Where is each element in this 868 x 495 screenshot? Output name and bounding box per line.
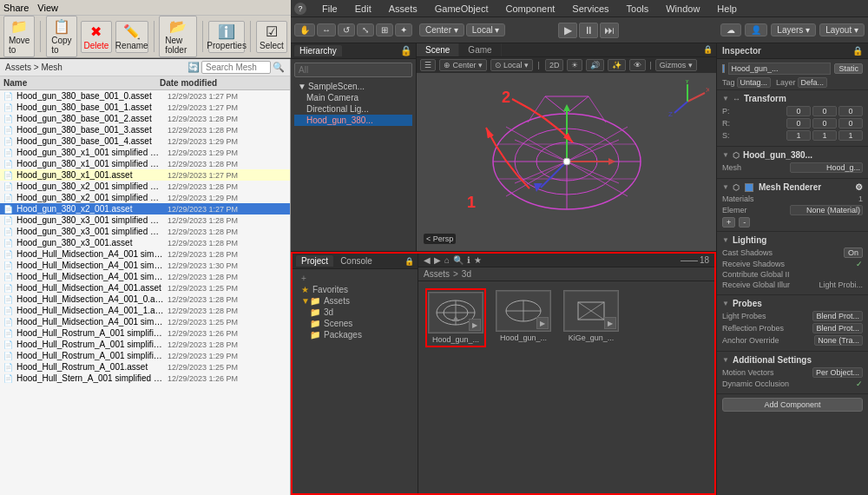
menu-gameobject[interactable]: GameObject xyxy=(430,3,494,14)
file-item[interactable]: 📄 Hood_Hull_Midsection_A4_001 simplified… xyxy=(0,260,290,271)
hierarchy-search-input[interactable] xyxy=(294,63,412,77)
file-item[interactable]: 📄 Hood_gun_380_x1_001 simplified mesh a.… xyxy=(0,147,290,158)
file-item[interactable]: 📄 Hood_gun_380_x1_001 simplified mesh_..… xyxy=(0,158,290,169)
console-tab[interactable]: Console xyxy=(335,255,378,267)
file-item[interactable]: 📄 Hood_Hull_Midsection_A4_001 simplified… xyxy=(0,271,290,282)
2d-toggle[interactable]: 2D xyxy=(545,59,564,71)
browser-info-icon[interactable]: ℹ xyxy=(467,255,470,265)
asset-play-icon-3[interactable]: ▶ xyxy=(604,317,616,329)
hierarchy-lock-icon[interactable]: 🔒 xyxy=(400,45,412,56)
scale-z[interactable]: 1 xyxy=(838,130,863,141)
browser-forward-icon[interactable]: ▶ xyxy=(434,255,441,265)
center-dropdown[interactable]: Center ▾ xyxy=(419,23,464,36)
question-mark-icon[interactable]: ? xyxy=(294,3,306,15)
position-x[interactable]: 0 xyxy=(786,106,811,116)
move-to-button[interactable]: 📁 Move to xyxy=(3,16,35,57)
breadcrumb-assets[interactable]: Assets xyxy=(5,63,31,72)
assets-breadcrumb[interactable]: Assets xyxy=(424,269,450,279)
menu-tools[interactable]: Tools xyxy=(621,3,654,14)
file-item[interactable]: 📄 Hood_Hull_Midsection_A4_001.asset 12/2… xyxy=(0,282,290,294)
breadcrumb-mesh[interactable]: Mesh xyxy=(41,63,62,72)
project-tab[interactable]: Project xyxy=(296,255,333,267)
tag-dropdown[interactable]: Untag... xyxy=(737,77,772,88)
transform-header[interactable]: ▼ ↔ Transform xyxy=(722,94,863,103)
hierarchy-item-hoodgun[interactable]: Hood_gun_380... xyxy=(294,115,412,126)
scene-tab[interactable]: Scene xyxy=(417,43,459,56)
rotation-y[interactable]: 0 xyxy=(812,118,837,129)
layer-dropdown[interactable]: Defa... xyxy=(798,77,828,88)
remove-material-button[interactable]: - xyxy=(739,217,750,228)
cast-shadows-value[interactable]: On xyxy=(844,248,863,258)
search-input[interactable] xyxy=(201,61,271,74)
mesh-value[interactable]: Hood_g... xyxy=(790,162,863,173)
object-active-checkbox[interactable] xyxy=(722,64,725,73)
audio-toggle[interactable]: 🔊 xyxy=(586,59,604,71)
file-item[interactable]: 📄 Hood_Hull_Midsection_A4_001_0.asset 12… xyxy=(0,294,290,305)
asset-item-3[interactable]: ▶ KiGe_gun_... xyxy=(561,288,621,347)
3d-breadcrumb[interactable]: 3d xyxy=(462,269,471,279)
zoom-slider[interactable]: —— xyxy=(681,255,698,265)
hierarchy-tab[interactable]: Hierarchy xyxy=(294,45,342,56)
menu-view[interactable]: View xyxy=(37,3,58,13)
menu-services[interactable]: Services xyxy=(567,3,614,14)
local-global-toggle[interactable]: ⊙ Local ▾ xyxy=(490,59,533,71)
scale-y[interactable]: 1 xyxy=(812,130,837,141)
file-item[interactable]: 📄 Hood_gun_380_x1_001.asset 12/29/2023 1… xyxy=(0,169,290,181)
hidden-obj-toggle[interactable]: 👁 xyxy=(629,59,646,71)
asset-play-icon[interactable]: ▶ xyxy=(469,319,481,331)
file-item[interactable]: 📄 Hood_gun_380_base_001_2.asset 12/29/20… xyxy=(0,113,290,124)
lighting-header[interactable]: ▼ Lighting xyxy=(722,235,863,245)
hierarchy-item-samplescene[interactable]: ▼ SampleScen... xyxy=(294,81,412,92)
tree-item-3d[interactable]: 📁 3d xyxy=(296,307,414,318)
tree-item-add[interactable]: + xyxy=(296,273,414,284)
layout-dropdown[interactable]: Layout ▾ xyxy=(819,23,865,36)
fx-toggle[interactable]: ✨ xyxy=(608,59,626,71)
mesh-filter-header[interactable]: ▼ ⬡ Hood_gun_380... xyxy=(722,150,863,160)
light-probes-dropdown[interactable]: Blend Prot... xyxy=(812,311,863,321)
menu-file[interactable]: File xyxy=(317,3,343,14)
file-item[interactable]: 📄 Hood_Hull_Rostrum_A_001 simplified me.… xyxy=(0,327,290,339)
rect-tool[interactable]: ⊞ xyxy=(376,23,393,36)
element-value[interactable]: None (Material) xyxy=(790,205,863,215)
tree-item-favorites[interactable]: ★ Favorites xyxy=(296,284,414,295)
file-item[interactable]: 📄 Hood_Hull_Rostrum_A_001 simplified me.… xyxy=(0,350,290,361)
file-item[interactable]: 📄 Hood_gun_380_x2_001.asset 12/29/2023 1… xyxy=(0,203,290,214)
rename-button[interactable]: ✏️ Rename xyxy=(115,21,148,53)
new-folder-button[interactable]: 📂 New folder xyxy=(159,16,197,57)
file-item[interactable]: 📄 Hood_Hull_Rostrum_A_001 simplified me.… xyxy=(0,339,290,350)
additional-settings-header[interactable]: ▼ Additional Settings xyxy=(722,355,863,365)
scale-tool[interactable]: ⤡ xyxy=(357,23,374,36)
file-item[interactable]: 📄 Hood_gun_380_x3_001 simplified mesh a.… xyxy=(0,214,290,226)
scene-canvas[interactable]: X Y Z < Persp xyxy=(417,73,716,251)
file-item[interactable]: 📄 Hood_Hull_Midsection_A4_001 simplified… xyxy=(0,316,290,327)
menu-window[interactable]: Window xyxy=(661,3,705,14)
rotation-x[interactable]: 0 xyxy=(786,118,811,129)
copy-to-button[interactable]: 📋 Copy to xyxy=(46,16,77,57)
menu-edit[interactable]: Edit xyxy=(350,3,377,14)
tree-item-scenes[interactable]: 📁 Scenes xyxy=(296,318,414,329)
add-component-button[interactable]: Add Component xyxy=(722,398,863,412)
probes-header[interactable]: ▼ Probes xyxy=(722,299,863,308)
search-icon[interactable]: 🔍 xyxy=(273,62,285,73)
properties-button[interactable]: ℹ️ Properties xyxy=(208,21,246,53)
position-y[interactable]: 0 xyxy=(812,106,837,116)
account-button[interactable]: 👤 xyxy=(745,23,767,36)
light-toggle[interactable]: ☀ xyxy=(567,59,582,71)
menu-share[interactable]: Share xyxy=(3,3,29,13)
col-name-header[interactable]: Name xyxy=(3,78,160,88)
col-date-header[interactable]: Date modified xyxy=(160,78,286,88)
file-item[interactable]: 📄 Hood_gun_380_base_001_0.asset 12/29/20… xyxy=(0,90,290,102)
game-tab[interactable]: Game xyxy=(459,43,501,56)
asset-item-2[interactable]: ▶ Hood_gun_... xyxy=(493,288,554,347)
renderer-active-checkbox[interactable] xyxy=(745,183,753,192)
delete-button[interactable]: ✖ Delete xyxy=(81,21,112,53)
rotation-z[interactable]: 0 xyxy=(838,118,863,129)
collab-button[interactable]: ☁ xyxy=(720,23,741,36)
inspector-lock-icon[interactable]: 🔒 xyxy=(852,46,863,56)
receive-shadows-checkbox[interactable]: ✓ xyxy=(856,260,863,268)
scene-lock-icon[interactable]: 🔒 xyxy=(700,43,716,56)
select-button[interactable]: ☑ Select xyxy=(256,21,287,53)
hierarchy-item-directionallight[interactable]: Directional Lig... xyxy=(294,103,412,115)
multi-tool[interactable]: ✦ xyxy=(395,23,412,36)
browser-home-icon[interactable]: ⌂ xyxy=(444,255,450,265)
